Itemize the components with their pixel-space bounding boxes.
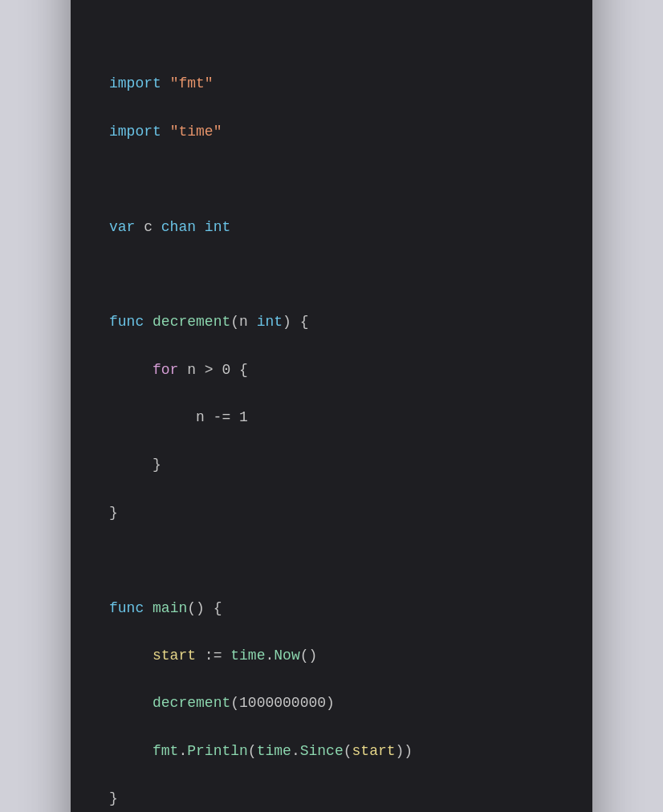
line-for: for n > 0 { bbox=[109, 362, 248, 378]
line-import2: import "time" bbox=[109, 124, 222, 140]
line-func-close2: } bbox=[109, 790, 118, 806]
line-decrement-body: n -= 1 bbox=[109, 409, 248, 425]
line-call-decrement: decrement(1000000000) bbox=[109, 695, 335, 711]
line-blank4 bbox=[109, 549, 554, 573]
code-block: package main import "fmt" import "time" … bbox=[109, 0, 554, 812]
code-card: package main import "fmt" import "time" … bbox=[71, 0, 592, 812]
line-func-decrement: func decrement(n int) { bbox=[109, 314, 308, 330]
line-func-close1: } bbox=[109, 505, 118, 521]
line-blank3 bbox=[109, 263, 554, 287]
line-blank1 bbox=[109, 25, 554, 49]
line-blank2 bbox=[109, 168, 554, 192]
line-println: fmt.Println(time.Since(start)) bbox=[109, 743, 413, 759]
line-for-close: } bbox=[109, 457, 161, 473]
line-func-main: func main() { bbox=[109, 600, 222, 616]
line-start: start := time.Now() bbox=[109, 648, 317, 664]
line-import1: import "fmt" bbox=[109, 75, 214, 91]
line-var: var c chan int bbox=[109, 219, 230, 235]
